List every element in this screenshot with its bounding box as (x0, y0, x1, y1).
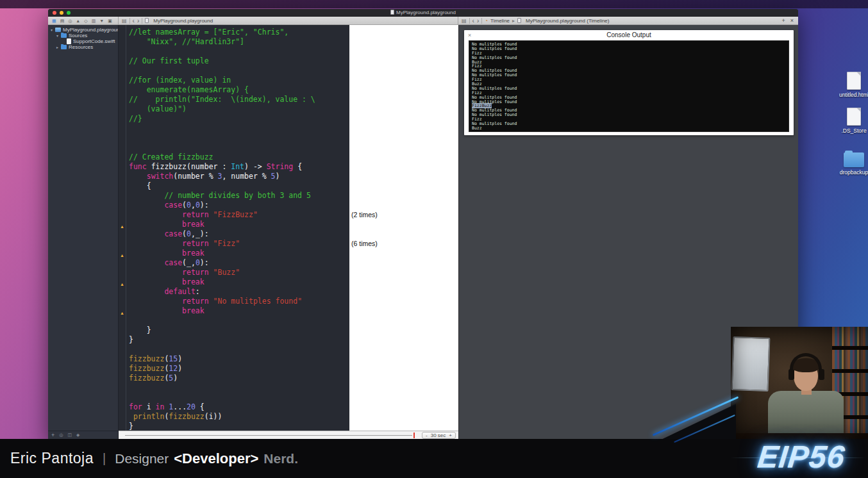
code-line[interactable] (129, 66, 349, 76)
code-line[interactable]: enumerate(namesArray) { (129, 85, 349, 95)
result-line: (6 times) (349, 239, 458, 249)
jump-bar-segment[interactable]: Timeline (490, 18, 510, 24)
code-line[interactable]: return "Fizz" (129, 239, 349, 249)
xcode-window: MyPlayground.playground MyPlayground.pla… (48, 9, 798, 439)
warning-icon[interactable]: ▲ (120, 282, 124, 286)
disclosure-icon[interactable]: ▸ (56, 45, 60, 50)
code-line[interactable]: return "No mulitples found" (129, 297, 349, 306)
find-navigator-icon[interactable] (68, 17, 72, 25)
breakpoint-navigator-icon[interactable] (99, 17, 104, 25)
related-items-icon[interactable] (462, 18, 467, 24)
code-line[interactable]: case(0,_): (129, 229, 349, 239)
increase-duration-button[interactable]: + (449, 432, 452, 439)
warning-icon[interactable]: ▲ (120, 311, 124, 315)
code-line[interactable]: fizzbuzz(15) (129, 354, 349, 364)
slider-track[interactable] (125, 435, 412, 436)
result-line (349, 297, 458, 306)
close-icon[interactable]: × (468, 31, 471, 39)
source-editor[interactable]: ▲▲▲▲ //let namesArray = ["Eric", "Chris"… (119, 25, 458, 431)
forward-icon[interactable] (137, 17, 139, 24)
code-line[interactable]: // println("Index: \(index), value : \ (129, 95, 349, 104)
related-items-icon[interactable] (122, 18, 127, 24)
console-output[interactable]: No mulitples foundNo mulitples foundFizz… (469, 40, 789, 132)
code-line[interactable]: println(fizzbuzz(i)) (129, 412, 349, 422)
duration-stepper[interactable]: - 30 sec + (422, 432, 456, 439)
back-icon[interactable] (472, 17, 474, 24)
navigator-item[interactable]: ▾MyPlayground.playground (48, 27, 118, 33)
code-line[interactable]: switch(number % 3, number % 5) (129, 172, 349, 181)
code-line[interactable]: func fizzbuzz(number : Int) -> String { (129, 162, 349, 172)
desktop-icon[interactable]: .DS_Store (833, 108, 868, 134)
code-line[interactable] (129, 124, 349, 133)
code-line[interactable] (129, 47, 349, 56)
code-line[interactable]: fizzbuzz(5) (129, 374, 349, 383)
debug-navigator-icon[interactable] (92, 17, 96, 25)
symbol-navigator-icon[interactable] (60, 17, 65, 25)
code-line[interactable]: // Created fizzbuzz (129, 152, 349, 162)
code-line[interactable] (129, 133, 349, 143)
close-assistant-button[interactable]: × (789, 17, 795, 24)
code-line[interactable]: //let namesArray = ["Eric", "Chris", (129, 28, 349, 37)
console-line: Fizz (472, 64, 786, 69)
code-line[interactable]: "Nixx", //"Hardlin3r"] (129, 37, 349, 47)
code-line[interactable]: default: (129, 287, 349, 297)
add-button[interactable]: + (51, 432, 54, 438)
code-line[interactable]: (value)") (129, 104, 349, 114)
code-line[interactable]: } (129, 422, 349, 431)
code-line[interactable]: { (129, 181, 349, 191)
code-line[interactable]: case(_,0): (129, 258, 349, 268)
forward-icon[interactable] (477, 17, 479, 24)
code-line[interactable]: //for (index, value) in (129, 76, 349, 85)
code-line[interactable] (129, 345, 349, 354)
code-line[interactable] (129, 393, 349, 402)
console-line: Fizz (472, 51, 786, 56)
slider-playhead[interactable] (413, 433, 415, 438)
warning-icon[interactable]: ▲ (120, 253, 124, 258)
jump-bar-file[interactable]: MyPlayground.playground (153, 18, 213, 24)
code-line[interactable]: } (129, 335, 349, 345)
source-control-filter-icon[interactable] (67, 433, 72, 438)
code-lines[interactable]: //let namesArray = ["Eric", "Chris", "Ni… (126, 25, 349, 431)
code-line[interactable]: break (129, 306, 349, 316)
code-line[interactable]: break (129, 220, 349, 229)
playground-result[interactable]: (6 times) (351, 240, 378, 247)
window-titlebar[interactable]: MyPlayground.playground (48, 9, 798, 17)
add-assistant-button[interactable]: + (780, 17, 786, 24)
playground-timeline-slider[interactable]: - 30 sec + (119, 431, 458, 439)
code-line[interactable]: break (129, 249, 349, 258)
jump-bar-file[interactable]: MyPlayground.playground (Timeline) (526, 18, 609, 24)
code-line[interactable]: //} (129, 114, 349, 124)
back-icon[interactable] (133, 17, 135, 24)
chevron-right-icon (512, 18, 515, 24)
code-line[interactable] (129, 383, 349, 393)
navigator-item[interactable]: ▸Resources (48, 44, 118, 50)
code-line[interactable]: break (129, 277, 349, 287)
test-navigator-icon[interactable] (84, 17, 87, 25)
playground-result[interactable]: (2 times) (351, 211, 378, 218)
webcam-overlay (731, 327, 868, 439)
result-line (349, 181, 458, 191)
code-line[interactable] (129, 143, 349, 152)
disclosure-icon[interactable]: ▾ (51, 28, 54, 33)
code-line[interactable] (129, 316, 349, 326)
desktop-icon[interactable]: dropbackup (833, 152, 868, 176)
navigator-item[interactable]: ▾Sources (48, 33, 118, 38)
decrease-duration-button[interactable]: - (426, 432, 428, 439)
warning-icon[interactable]: ▲ (120, 224, 124, 229)
code-line[interactable]: // number divides by both 3 and 5 (129, 191, 349, 201)
code-line[interactable]: } (129, 326, 349, 335)
desktop-icon[interactable]: untitled.html (833, 72, 868, 98)
code-line[interactable]: // Our first tuple (129, 56, 349, 66)
project-navigator-icon[interactable] (52, 17, 56, 25)
disclosure-icon[interactable]: ▾ (56, 33, 60, 38)
recent-files-filter-icon[interactable] (59, 433, 63, 438)
code-line[interactable]: return "FizzBuzz" (129, 210, 349, 220)
code-line[interactable]: case(0,0): (129, 201, 349, 210)
navigator-item[interactable]: SupportCode.swift (48, 38, 118, 44)
unsaved-files-filter-icon[interactable] (76, 433, 79, 438)
code-line[interactable]: return "Buzz" (129, 268, 349, 277)
code-line[interactable]: fizzbuzz(12) (129, 364, 349, 374)
report-navigator-icon[interactable] (108, 17, 112, 25)
code-line[interactable]: for i in 1...20 { (129, 402, 349, 412)
issue-navigator-icon[interactable] (76, 17, 80, 25)
